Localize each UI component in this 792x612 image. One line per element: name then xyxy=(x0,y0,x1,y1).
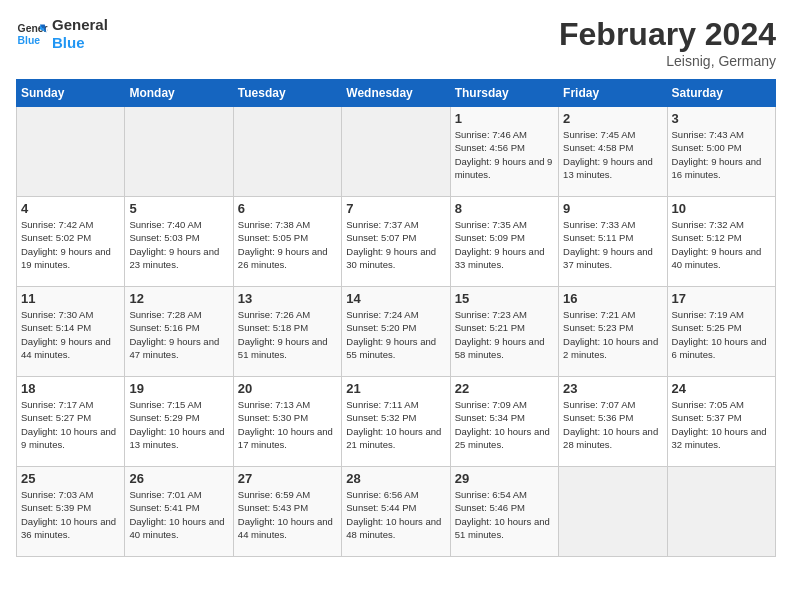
day-cell xyxy=(125,107,233,197)
day-number: 17 xyxy=(672,291,771,306)
day-number: 18 xyxy=(21,381,120,396)
day-info: Sunrise: 7:17 AM Sunset: 5:27 PM Dayligh… xyxy=(21,398,120,451)
day-number: 23 xyxy=(563,381,662,396)
day-header-wednesday: Wednesday xyxy=(342,80,450,107)
day-number: 15 xyxy=(455,291,554,306)
day-info: Sunrise: 7:42 AM Sunset: 5:02 PM Dayligh… xyxy=(21,218,120,271)
day-header-friday: Friday xyxy=(559,80,667,107)
day-cell: 14Sunrise: 7:24 AM Sunset: 5:20 PM Dayli… xyxy=(342,287,450,377)
day-cell: 13Sunrise: 7:26 AM Sunset: 5:18 PM Dayli… xyxy=(233,287,341,377)
day-info: Sunrise: 7:09 AM Sunset: 5:34 PM Dayligh… xyxy=(455,398,554,451)
day-cell xyxy=(17,107,125,197)
day-number: 27 xyxy=(238,471,337,486)
day-number: 28 xyxy=(346,471,445,486)
week-row-5: 25Sunrise: 7:03 AM Sunset: 5:39 PM Dayli… xyxy=(17,467,776,557)
day-info: Sunrise: 7:07 AM Sunset: 5:36 PM Dayligh… xyxy=(563,398,662,451)
week-row-3: 11Sunrise: 7:30 AM Sunset: 5:14 PM Dayli… xyxy=(17,287,776,377)
calendar-table: SundayMondayTuesdayWednesdayThursdayFrid… xyxy=(16,79,776,557)
day-number: 3 xyxy=(672,111,771,126)
day-cell: 17Sunrise: 7:19 AM Sunset: 5:25 PM Dayli… xyxy=(667,287,775,377)
day-header-monday: Monday xyxy=(125,80,233,107)
day-info: Sunrise: 7:15 AM Sunset: 5:29 PM Dayligh… xyxy=(129,398,228,451)
day-cell: 21Sunrise: 7:11 AM Sunset: 5:32 PM Dayli… xyxy=(342,377,450,467)
day-cell: 9Sunrise: 7:33 AM Sunset: 5:11 PM Daylig… xyxy=(559,197,667,287)
day-cell: 7Sunrise: 7:37 AM Sunset: 5:07 PM Daylig… xyxy=(342,197,450,287)
day-info: Sunrise: 7:30 AM Sunset: 5:14 PM Dayligh… xyxy=(21,308,120,361)
header-row: SundayMondayTuesdayWednesdayThursdayFrid… xyxy=(17,80,776,107)
day-header-tuesday: Tuesday xyxy=(233,80,341,107)
week-row-4: 18Sunrise: 7:17 AM Sunset: 5:27 PM Dayli… xyxy=(17,377,776,467)
day-info: Sunrise: 7:23 AM Sunset: 5:21 PM Dayligh… xyxy=(455,308,554,361)
day-number: 12 xyxy=(129,291,228,306)
day-header-saturday: Saturday xyxy=(667,80,775,107)
day-number: 16 xyxy=(563,291,662,306)
logo: General Blue General Blue xyxy=(16,16,108,52)
day-number: 1 xyxy=(455,111,554,126)
svg-text:Blue: Blue xyxy=(18,35,41,46)
day-info: Sunrise: 7:28 AM Sunset: 5:16 PM Dayligh… xyxy=(129,308,228,361)
day-info: Sunrise: 6:59 AM Sunset: 5:43 PM Dayligh… xyxy=(238,488,337,541)
day-number: 29 xyxy=(455,471,554,486)
day-info: Sunrise: 7:37 AM Sunset: 5:07 PM Dayligh… xyxy=(346,218,445,271)
logo-general: General xyxy=(52,16,108,33)
day-info: Sunrise: 7:33 AM Sunset: 5:11 PM Dayligh… xyxy=(563,218,662,271)
day-info: Sunrise: 7:01 AM Sunset: 5:41 PM Dayligh… xyxy=(129,488,228,541)
day-cell: 20Sunrise: 7:13 AM Sunset: 5:30 PM Dayli… xyxy=(233,377,341,467)
day-cell: 26Sunrise: 7:01 AM Sunset: 5:41 PM Dayli… xyxy=(125,467,233,557)
day-number: 9 xyxy=(563,201,662,216)
day-info: Sunrise: 7:03 AM Sunset: 5:39 PM Dayligh… xyxy=(21,488,120,541)
day-info: Sunrise: 7:24 AM Sunset: 5:20 PM Dayligh… xyxy=(346,308,445,361)
day-info: Sunrise: 7:38 AM Sunset: 5:05 PM Dayligh… xyxy=(238,218,337,271)
day-cell xyxy=(342,107,450,197)
day-info: Sunrise: 7:40 AM Sunset: 5:03 PM Dayligh… xyxy=(129,218,228,271)
day-number: 11 xyxy=(21,291,120,306)
day-number: 22 xyxy=(455,381,554,396)
day-number: 19 xyxy=(129,381,228,396)
day-cell: 11Sunrise: 7:30 AM Sunset: 5:14 PM Dayli… xyxy=(17,287,125,377)
day-cell xyxy=(667,467,775,557)
day-cell: 29Sunrise: 6:54 AM Sunset: 5:46 PM Dayli… xyxy=(450,467,558,557)
day-cell: 3Sunrise: 7:43 AM Sunset: 5:00 PM Daylig… xyxy=(667,107,775,197)
day-cell: 5Sunrise: 7:40 AM Sunset: 5:03 PM Daylig… xyxy=(125,197,233,287)
day-info: Sunrise: 7:43 AM Sunset: 5:00 PM Dayligh… xyxy=(672,128,771,181)
day-number: 7 xyxy=(346,201,445,216)
day-info: Sunrise: 7:45 AM Sunset: 4:58 PM Dayligh… xyxy=(563,128,662,181)
title-block: February 2024 Leisnig, Germany xyxy=(559,16,776,69)
day-number: 20 xyxy=(238,381,337,396)
day-cell: 24Sunrise: 7:05 AM Sunset: 5:37 PM Dayli… xyxy=(667,377,775,467)
day-cell: 2Sunrise: 7:45 AM Sunset: 4:58 PM Daylig… xyxy=(559,107,667,197)
day-number: 6 xyxy=(238,201,337,216)
month-title: February 2024 xyxy=(559,16,776,53)
day-number: 24 xyxy=(672,381,771,396)
day-cell: 15Sunrise: 7:23 AM Sunset: 5:21 PM Dayli… xyxy=(450,287,558,377)
day-number: 13 xyxy=(238,291,337,306)
day-info: Sunrise: 7:26 AM Sunset: 5:18 PM Dayligh… xyxy=(238,308,337,361)
day-info: Sunrise: 6:54 AM Sunset: 5:46 PM Dayligh… xyxy=(455,488,554,541)
day-number: 25 xyxy=(21,471,120,486)
day-cell: 27Sunrise: 6:59 AM Sunset: 5:43 PM Dayli… xyxy=(233,467,341,557)
day-cell: 1Sunrise: 7:46 AM Sunset: 4:56 PM Daylig… xyxy=(450,107,558,197)
day-cell: 10Sunrise: 7:32 AM Sunset: 5:12 PM Dayli… xyxy=(667,197,775,287)
location-subtitle: Leisnig, Germany xyxy=(559,53,776,69)
day-number: 14 xyxy=(346,291,445,306)
day-cell: 12Sunrise: 7:28 AM Sunset: 5:16 PM Dayli… xyxy=(125,287,233,377)
day-info: Sunrise: 7:19 AM Sunset: 5:25 PM Dayligh… xyxy=(672,308,771,361)
day-header-sunday: Sunday xyxy=(17,80,125,107)
day-number: 2 xyxy=(563,111,662,126)
day-number: 8 xyxy=(455,201,554,216)
day-info: Sunrise: 7:21 AM Sunset: 5:23 PM Dayligh… xyxy=(563,308,662,361)
day-info: Sunrise: 6:56 AM Sunset: 5:44 PM Dayligh… xyxy=(346,488,445,541)
page-header: General Blue General Blue February 2024 … xyxy=(16,16,776,69)
day-header-thursday: Thursday xyxy=(450,80,558,107)
day-cell: 8Sunrise: 7:35 AM Sunset: 5:09 PM Daylig… xyxy=(450,197,558,287)
week-row-2: 4Sunrise: 7:42 AM Sunset: 5:02 PM Daylig… xyxy=(17,197,776,287)
day-info: Sunrise: 7:35 AM Sunset: 5:09 PM Dayligh… xyxy=(455,218,554,271)
day-cell: 23Sunrise: 7:07 AM Sunset: 5:36 PM Dayli… xyxy=(559,377,667,467)
day-number: 21 xyxy=(346,381,445,396)
day-number: 26 xyxy=(129,471,228,486)
day-cell: 16Sunrise: 7:21 AM Sunset: 5:23 PM Dayli… xyxy=(559,287,667,377)
day-info: Sunrise: 7:13 AM Sunset: 5:30 PM Dayligh… xyxy=(238,398,337,451)
day-info: Sunrise: 7:11 AM Sunset: 5:32 PM Dayligh… xyxy=(346,398,445,451)
day-info: Sunrise: 7:46 AM Sunset: 4:56 PM Dayligh… xyxy=(455,128,554,181)
day-number: 5 xyxy=(129,201,228,216)
